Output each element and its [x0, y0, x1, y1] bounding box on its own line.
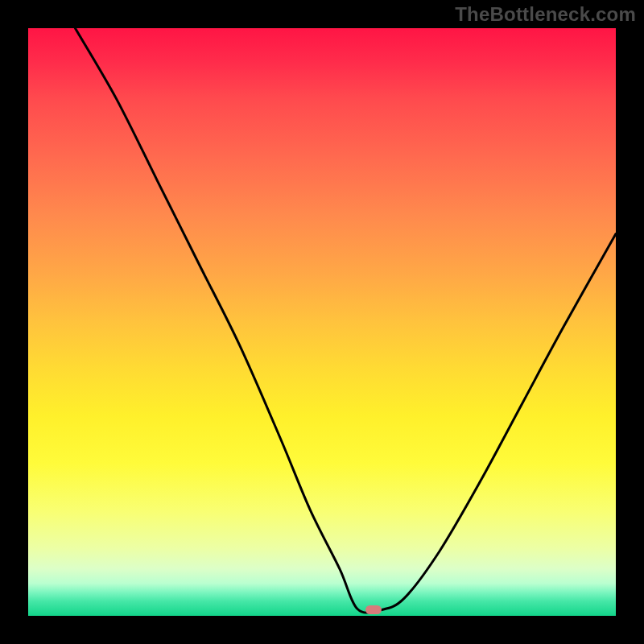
chart-frame: TheBottleneck.com	[0, 0, 644, 644]
minimum-marker	[365, 605, 382, 614]
bottleneck-curve	[28, 28, 616, 616]
plot-area	[28, 28, 616, 616]
curve-path	[75, 28, 616, 613]
watermark-text: TheBottleneck.com	[455, 3, 636, 26]
